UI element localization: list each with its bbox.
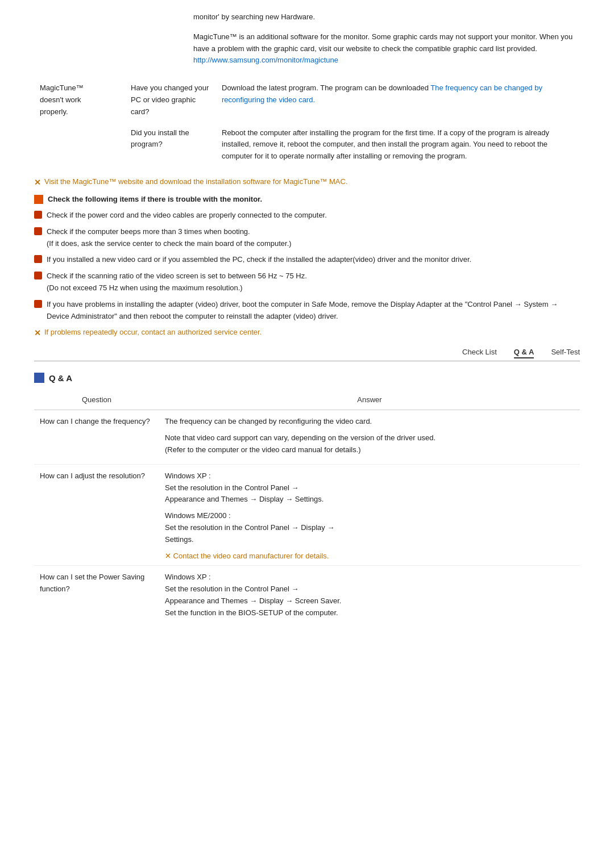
answer-block-1a: The frequency can be changed by reconfig… <box>165 416 574 428</box>
check-item-2: Check if the computer beeps more than 3 … <box>47 226 580 250</box>
table-col1-1 <box>34 123 125 167</box>
note-magictune-mac: ✕ Visit the MagicTune™ website and downl… <box>34 177 580 187</box>
table-col2-1: Did you install the program? <box>125 123 216 167</box>
magictune-download-link[interactable]: The frequency can be changed by reconfig… <box>222 84 542 104</box>
qa-row-powersaving: How can I set the Power Saving function?… <box>34 566 580 627</box>
check-item-3: If you installed a new video card or if … <box>47 254 580 266</box>
qa-answer-2: Windows XP : Set the resolution in the C… <box>159 464 580 566</box>
check-section-header: Check the following items if there is tr… <box>34 195 580 204</box>
list-item: Check if the scanning ratio of the video… <box>34 270 580 294</box>
check-items-list: Check if the power cord and the video ca… <box>34 210 580 322</box>
qa-col-answer: Answer <box>159 392 580 410</box>
table-col1-0: MagicTune™doesn't workproperly. <box>34 78 125 122</box>
qa-row-frequency: How can I change the frequency? The freq… <box>34 410 580 464</box>
magictune-link-top[interactable]: http://www.samsung.com/monitor/magictune <box>193 56 338 64</box>
qa-question-1: How can I change the frequency? <box>34 410 159 464</box>
bullet-icon-2 <box>34 227 42 235</box>
list-item: If you installed a new video card or if … <box>34 254 580 266</box>
bullet-icon-1 <box>34 211 42 219</box>
qa-row-resolution: How can I adjust the resolution? Windows… <box>34 464 580 566</box>
note-xmark-1: ✕ <box>34 178 41 187</box>
table-row: MagicTune™doesn't workproperly. Have you… <box>34 78 580 122</box>
check-item-1: Check if the power cord and the video ca… <box>47 210 580 222</box>
answer-block-3a: Windows XP : Set the resolution in the C… <box>165 571 574 619</box>
note-xmark-2: ✕ <box>34 328 41 337</box>
qa-answer-3: Windows XP : Set the resolution in the C… <box>159 566 580 627</box>
list-item: Check if the power cord and the video ca… <box>34 210 580 222</box>
monitor-search-text: monitor' by searching new Hardware. <box>193 11 580 23</box>
tab-checklist[interactable]: Check List <box>462 348 497 358</box>
bullet-icon-5 <box>34 300 42 308</box>
magictune-table: MagicTune™doesn't workproperly. Have you… <box>34 78 580 167</box>
table-col2-0: Have you changed your PC or video graphi… <box>125 78 216 122</box>
check-header-text: Check the following items if there is tr… <box>48 195 262 203</box>
check-header-icon <box>34 195 43 204</box>
list-item: If you have problems in installing the a… <box>34 299 580 323</box>
nav-tabs: Check List Q & A Self-Test <box>34 348 580 361</box>
note-service-center-text: If problems repeatedly occur, contact an… <box>44 328 262 336</box>
bullet-icon-4 <box>34 272 42 279</box>
qa-table: Question Answer How can I change the fre… <box>34 392 580 627</box>
magictune-info-text: MagicTune™ is an additional software for… <box>193 31 580 66</box>
bullet-icon-3 <box>34 255 42 263</box>
qa-section: Q & A Question Answer How can I change t… <box>34 373 580 627</box>
answer-block-2a: Windows XP : Set the resolution in the C… <box>165 470 574 506</box>
note-magictune-mac-text: Visit the MagicTune™ website and downloa… <box>44 177 348 186</box>
check-item-5: If you have problems in installing the a… <box>47 299 580 323</box>
answer-block-1b: Note that video card support can vary, d… <box>165 432 574 456</box>
tab-selftest[interactable]: Self-Test <box>551 348 580 358</box>
check-item-4: Check if the scanning ratio of the video… <box>47 270 580 294</box>
qa-icon <box>34 373 44 383</box>
note-service-center: ✕ If problems repeatedly occur, contact … <box>34 328 580 337</box>
list-item: Check if the computer beeps more than 3 … <box>34 226 580 250</box>
qa-header: Q & A <box>34 373 580 383</box>
answer-block-2b: Windows ME/2000 : Set the resolution in … <box>165 510 574 545</box>
qa-question-3: How can I set the Power Saving function? <box>34 566 159 627</box>
qa-note-videocard: ✕ Contact the video card manufacturer fo… <box>165 550 574 562</box>
table-col3-0: Download the latest program. The program… <box>216 78 580 122</box>
table-col3-1: Reboot the computer after installing the… <box>216 123 580 167</box>
table-row: Did you install the program? Reboot the … <box>34 123 580 167</box>
tab-qa[interactable]: Q & A <box>514 348 534 358</box>
qa-answer-1: The frequency can be changed by reconfig… <box>159 410 580 464</box>
qa-col-question: Question <box>34 392 159 410</box>
qa-question-2: How can I adjust the resolution? <box>34 464 159 566</box>
qa-title: Q & A <box>49 373 72 383</box>
